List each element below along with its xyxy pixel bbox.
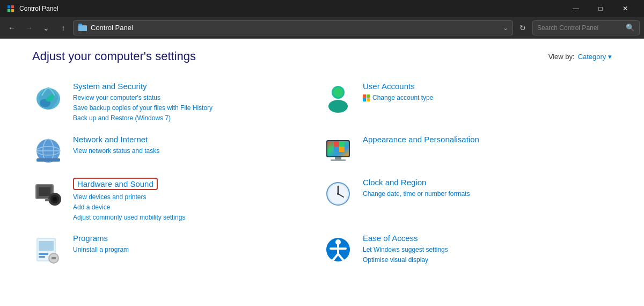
title-bar: Control Panel — □ ✕ <box>0 0 644 17</box>
svg-rect-28 <box>335 157 341 159</box>
address-dropdown-icon: ⌄ <box>503 24 508 32</box>
clock-link-1[interactable]: Change date, time or number formats <box>363 189 612 199</box>
address-bar: ← → ⌄ ↑ Control Panel ⌄ ↻ 🔍 <box>0 17 644 39</box>
svg-rect-36 <box>45 199 49 201</box>
refresh-button[interactable]: ↻ <box>515 20 530 35</box>
svg-rect-15 <box>367 98 370 101</box>
network-icon <box>32 135 64 167</box>
appearance-icon <box>322 135 354 167</box>
close-button[interactable]: ✕ <box>613 0 638 17</box>
svg-rect-24 <box>334 141 339 147</box>
clock-title[interactable]: Clock and Region <box>363 178 426 187</box>
windows-logo-icon <box>363 94 370 102</box>
page-title: Adjust your computer's settings <box>32 49 196 63</box>
svg-rect-14 <box>363 98 366 101</box>
address-text: Control Panel <box>91 24 500 32</box>
ease-text: Ease of Access Let Windows suggest setti… <box>363 234 612 265</box>
window-controls: — □ ✕ <box>564 0 638 17</box>
appearance-title[interactable]: Appearance and Personalisation <box>363 135 479 144</box>
system-security-link-3[interactable]: Back up and Restore (Windows 7) <box>73 113 322 123</box>
svg-rect-2 <box>8 9 10 12</box>
maximize-button[interactable]: □ <box>588 0 613 17</box>
categories-grid: System and Security Review your computer… <box>32 76 612 271</box>
system-security-title[interactable]: System and Security <box>73 82 147 91</box>
user-accounts-title[interactable]: User Accounts <box>363 82 415 91</box>
address-box[interactable]: Control Panel ⌄ <box>73 20 513 35</box>
svg-rect-12 <box>363 94 366 98</box>
back-button[interactable]: ← <box>4 20 19 35</box>
svg-rect-1 <box>11 5 14 8</box>
svg-rect-32 <box>39 187 50 196</box>
address-folder-icon <box>78 23 87 33</box>
hardware-link-3[interactable]: Adjust commonly used mobility settings <box>73 213 322 223</box>
programs-icon <box>32 234 64 266</box>
minimize-button[interactable]: — <box>564 0 588 17</box>
svg-rect-25 <box>339 141 345 147</box>
up-button[interactable]: ↑ <box>56 20 71 35</box>
hardware-title[interactable]: Hardware and Sound <box>73 178 158 190</box>
svg-rect-27 <box>339 147 345 152</box>
svg-point-35 <box>53 197 57 201</box>
appearance-text: Appearance and Personalisation <box>363 135 612 146</box>
ease-title[interactable]: Ease of Access <box>363 234 418 243</box>
recent-locations-button[interactable]: ⌄ <box>39 20 54 35</box>
svg-point-10 <box>328 100 348 113</box>
svg-rect-20 <box>36 158 60 162</box>
search-button[interactable]: 🔍 <box>626 24 635 32</box>
network-link-1[interactable]: View network status and tasks <box>73 146 322 156</box>
clock-icon <box>322 178 354 210</box>
ease-link-2[interactable]: Optimise visual display <box>363 255 612 265</box>
svg-point-42 <box>337 193 339 195</box>
ease-link-1[interactable]: Let Windows suggest settings <box>363 245 612 255</box>
svg-rect-45 <box>39 241 54 251</box>
svg-rect-0 <box>8 5 10 8</box>
clock-text: Clock and Region Change date, time or nu… <box>363 178 612 199</box>
programs-text: Programs Uninstall a program <box>73 234 322 255</box>
main-content: Adjust your computer's settings View by:… <box>0 39 644 306</box>
system-security-link-2[interactable]: Save backup copies of your files with Fi… <box>73 103 322 113</box>
category-appearance: Appearance and Personalisation <box>322 129 612 172</box>
system-security-link-1[interactable]: Review your computer's status <box>73 93 322 103</box>
svg-rect-13 <box>367 94 370 98</box>
programs-link-1[interactable]: Uninstall a program <box>73 245 322 255</box>
system-security-text: System and Security Review your computer… <box>73 82 322 124</box>
category-clock: Clock and Region Change date, time or nu… <box>322 172 612 229</box>
programs-title[interactable]: Programs <box>73 234 108 243</box>
hardware-link-1[interactable]: View devices and printers <box>73 192 322 202</box>
user-accounts-text: User Accounts Change account type <box>363 82 612 103</box>
svg-rect-26 <box>334 147 339 152</box>
svg-rect-29 <box>331 159 346 161</box>
network-text: Network and Internet View network status… <box>73 135 322 156</box>
hardware-text: Hardware and Sound View devices and prin… <box>73 178 322 223</box>
search-box[interactable]: 🔍 <box>532 20 640 35</box>
network-title[interactable]: Network and Internet <box>73 135 148 144</box>
window-title: Control Panel <box>19 5 58 12</box>
ease-icon <box>322 234 354 266</box>
category-system-security: System and Security Review your computer… <box>32 76 322 129</box>
category-programs: Programs Uninstall a program <box>32 228 322 271</box>
svg-rect-50 <box>52 257 56 259</box>
category-user-accounts: User Accounts Change account type <box>322 76 612 129</box>
forward-button[interactable]: → <box>21 20 36 35</box>
view-by-label: View by: <box>548 53 575 61</box>
hardware-link-2[interactable]: Add a device <box>73 202 322 213</box>
svg-rect-46 <box>39 253 48 255</box>
hardware-icon <box>32 178 64 210</box>
view-by-dropdown[interactable]: Category ▾ <box>578 53 612 61</box>
category-hardware: Hardware and Sound View devices and prin… <box>32 172 322 229</box>
page-header: Adjust your computer's settings View by:… <box>32 49 612 63</box>
svg-rect-3 <box>11 9 14 12</box>
svg-rect-6 <box>78 26 87 31</box>
user-accounts-link-1[interactable]: Change account type <box>372 93 433 103</box>
svg-point-11 <box>333 88 343 97</box>
app-icon <box>6 4 15 13</box>
view-by-control: View by: Category ▾ <box>548 53 612 61</box>
system-security-icon <box>32 82 64 114</box>
search-input[interactable] <box>537 24 623 32</box>
user-accounts-icon <box>322 82 354 114</box>
category-ease: Ease of Access Let Windows suggest setti… <box>322 228 612 271</box>
category-network: Network and Internet View network status… <box>32 129 322 172</box>
svg-rect-47 <box>39 256 45 258</box>
